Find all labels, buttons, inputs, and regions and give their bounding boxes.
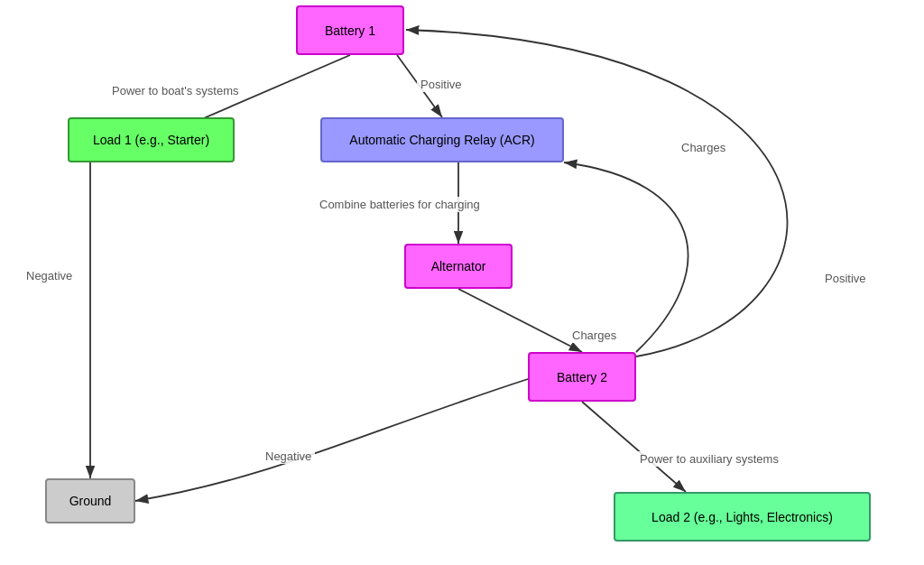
load2-node: Load 2 (e.g., Lights, Electronics) <box>614 492 871 542</box>
label-negative2: Negative <box>262 449 315 464</box>
load1-label: Load 1 (e.g., Starter) <box>93 133 209 147</box>
label-negative1: Negative <box>23 268 76 283</box>
battery1-label: Battery 1 <box>325 23 375 38</box>
label-positive2: Positive <box>821 271 870 286</box>
acr-label: Automatic Charging Relay (ACR) <box>349 133 534 147</box>
label-positive1: Positive <box>417 77 466 92</box>
battery2-label: Battery 2 <box>557 370 607 384</box>
label-charges2: Charges <box>568 328 620 343</box>
label-combine: Combine batteries for charging <box>316 197 484 212</box>
alternator-node: Alternator <box>404 244 513 289</box>
diagram: Battery 1 Load 1 (e.g., Starter) Automat… <box>0 0 924 565</box>
load2-label: Load 2 (e.g., Lights, Electronics) <box>651 510 833 524</box>
label-power-boat: Power to boat's systems <box>108 83 242 98</box>
battery2-node: Battery 2 <box>528 352 636 402</box>
load1-node: Load 1 (e.g., Starter) <box>68 117 235 162</box>
acr-node: Automatic Charging Relay (ACR) <box>320 117 564 162</box>
ground-node: Ground <box>45 478 135 523</box>
ground-label: Ground <box>69 494 112 508</box>
alternator-label: Alternator <box>431 259 486 273</box>
label-power-aux: Power to auxiliary systems <box>636 451 782 467</box>
battery1-node: Battery 1 <box>296 5 404 55</box>
label-charges1: Charges <box>678 140 729 155</box>
